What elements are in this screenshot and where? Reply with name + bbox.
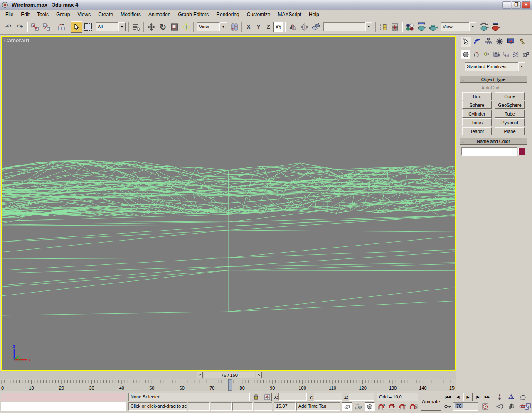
camera-viewport[interactable]: Camera01 z x y	[1, 36, 456, 371]
maxscript-mini-listener-white[interactable]	[1, 402, 126, 411]
go-to-start-button[interactable]: |◀◀	[443, 393, 452, 401]
array-button[interactable]	[298, 21, 310, 33]
subtab-shapes[interactable]	[471, 50, 481, 59]
time-slider-prev-button[interactable]: <	[197, 372, 203, 378]
dropdown-arrow-icon[interactable]: ▼	[469, 22, 476, 31]
select-and-manipulate-button[interactable]	[180, 21, 192, 33]
maxscript-mini-listener-pink[interactable]	[1, 393, 126, 401]
restrict-to-z-button[interactable]: Z	[264, 22, 273, 32]
dropdown-arrow-icon[interactable]: ▼	[118, 22, 126, 31]
tab-create[interactable]	[461, 37, 471, 47]
animate-button[interactable]: Animate	[421, 393, 441, 411]
menu-item-customize[interactable]: Customize	[243, 10, 274, 19]
min-max-toggle-button[interactable]	[523, 402, 532, 411]
align-button[interactable]	[310, 21, 322, 33]
unlink-selection-button[interactable]	[41, 21, 52, 33]
current-frame-field[interactable]: 76	[453, 402, 478, 411]
menu-item-rendering[interactable]: Rendering	[212, 10, 243, 19]
track-bar[interactable]: 0102030405060708090100110120130140150	[0, 379, 456, 391]
select-and-rotate-button[interactable]: ↻	[157, 21, 169, 33]
use-pivot-point-center-button[interactable]	[229, 21, 240, 33]
object-type-teapot-button[interactable]: Teapot	[462, 127, 492, 135]
perspective-button[interactable]	[506, 393, 516, 401]
select-and-move-button[interactable]	[145, 21, 157, 33]
menu-item-maxscript[interactable]: MAXScript	[274, 10, 305, 19]
wireframe-terrain-canvas[interactable]	[2, 37, 455, 370]
render-scene-button[interactable]	[416, 21, 427, 33]
object-color-swatch[interactable]	[518, 148, 525, 155]
object-type-torus-button[interactable]: Torus	[462, 118, 492, 126]
schematic-view-button[interactable]	[389, 21, 401, 33]
track-view-button[interactable]	[377, 21, 389, 33]
object-type-geosphere-button[interactable]: GeoSphere	[495, 101, 525, 109]
go-to-end-button[interactable]: ▶▶|	[483, 393, 492, 401]
restrict-to-y-button[interactable]: Y	[254, 22, 264, 32]
menu-item-edit[interactable]: Edit	[17, 10, 33, 19]
time-slider-next-button[interactable]: >	[256, 372, 262, 378]
roll-camera-button[interactable]	[518, 393, 528, 401]
autogrid-checkbox[interactable]	[504, 85, 509, 90]
truck-camera-button[interactable]	[506, 402, 516, 411]
subtab-systems[interactable]	[521, 50, 531, 59]
percent-snap-button[interactable]: %	[397, 402, 407, 411]
time-configuration-button[interactable]	[480, 402, 490, 411]
rollout-object-type[interactable]: - Object Type	[460, 76, 527, 83]
next-frame-button[interactable]: |▶	[473, 393, 482, 401]
x-coord-field[interactable]	[278, 393, 307, 401]
object-type-cone-button[interactable]: Cone	[495, 92, 525, 100]
render-last-button[interactable]	[478, 21, 490, 33]
select-and-link-button[interactable]	[29, 21, 41, 33]
menu-item-tools[interactable]: Tools	[33, 10, 52, 19]
snap-25d-button[interactable]	[354, 402, 364, 411]
subtab-cameras[interactable]	[491, 50, 501, 59]
z-coord-field[interactable]	[349, 393, 374, 401]
redo-button[interactable]: ↷	[14, 21, 26, 33]
object-type-sphere-button[interactable]: Sphere	[462, 101, 492, 109]
restrict-to-xy-plane-button[interactable]: XY	[273, 22, 283, 32]
object-type-plane-button[interactable]: Plane	[495, 127, 525, 135]
menu-item-modifiers[interactable]: Modifiers	[117, 10, 145, 19]
play-button[interactable]: ▶	[463, 393, 473, 401]
menu-item-animation[interactable]: Animation	[145, 10, 174, 19]
track-bar-ruler[interactable]: 0102030405060708090100110120130140150	[0, 379, 455, 391]
subtab-helpers[interactable]	[501, 50, 511, 59]
subtab-geometry[interactable]	[461, 50, 470, 59]
angle-snap-3-button[interactable]: 3	[377, 402, 386, 411]
tab-hierarchy[interactable]	[483, 37, 494, 47]
rectangular-selection-region-button[interactable]	[82, 21, 94, 33]
key-mode-toggle[interactable]	[443, 402, 452, 411]
snap-3d-button[interactable]	[365, 402, 375, 411]
restore-button[interactable]: ❐	[512, 1, 521, 9]
mirror-button[interactable]	[287, 21, 298, 33]
close-button[interactable]: ✕	[522, 1, 530, 9]
snap-toggle-button[interactable]	[342, 402, 352, 411]
dropdown-arrow-icon[interactable]: ▼	[220, 22, 227, 31]
object-type-cylinder-button[interactable]: Cylinder	[462, 110, 492, 118]
menu-item-graph-editors[interactable]: Graph Editors	[174, 10, 212, 19]
time-slider-handle[interactable]: 76 / 150	[204, 372, 255, 378]
selection-lock-toggle[interactable]	[252, 393, 259, 401]
tab-utilities[interactable]	[517, 37, 527, 47]
render-type-dropdown[interactable]: View ▼	[441, 22, 476, 31]
title-bar[interactable]: Wirefram.max - 3ds max 4 _ ❐ ✕	[0, 0, 532, 10]
select-object-button[interactable]	[71, 21, 82, 33]
menu-item-group[interactable]: Group	[52, 10, 74, 19]
subtab-lights[interactable]	[481, 50, 491, 59]
menu-item-create[interactable]: Create	[94, 10, 117, 19]
tab-display[interactable]	[505, 37, 516, 47]
quick-render-button[interactable]	[490, 21, 501, 33]
object-type-box-button[interactable]: Box	[462, 92, 492, 100]
absolute-offset-mode-toggle[interactable]	[263, 393, 272, 401]
tab-modify[interactable]	[472, 37, 483, 47]
y-coord-field[interactable]	[314, 393, 342, 401]
object-name-field[interactable]	[461, 148, 517, 156]
dolly-camera-button[interactable]	[495, 393, 505, 401]
menu-item-file[interactable]: File	[2, 10, 17, 19]
object-type-pyramid-button[interactable]: Pyramid	[495, 118, 525, 126]
subtab-space-warps[interactable]	[511, 50, 521, 59]
bind-to-space-warp-button[interactable]	[56, 21, 67, 33]
primitive-category-dropdown[interactable]: Standard Primitives ▼	[465, 62, 525, 71]
previous-frame-button[interactable]: ◀|	[454, 393, 463, 401]
add-time-tag[interactable]: Add Time Tag	[296, 402, 340, 411]
selection-filter-dropdown[interactable]: All ▼	[96, 22, 126, 31]
